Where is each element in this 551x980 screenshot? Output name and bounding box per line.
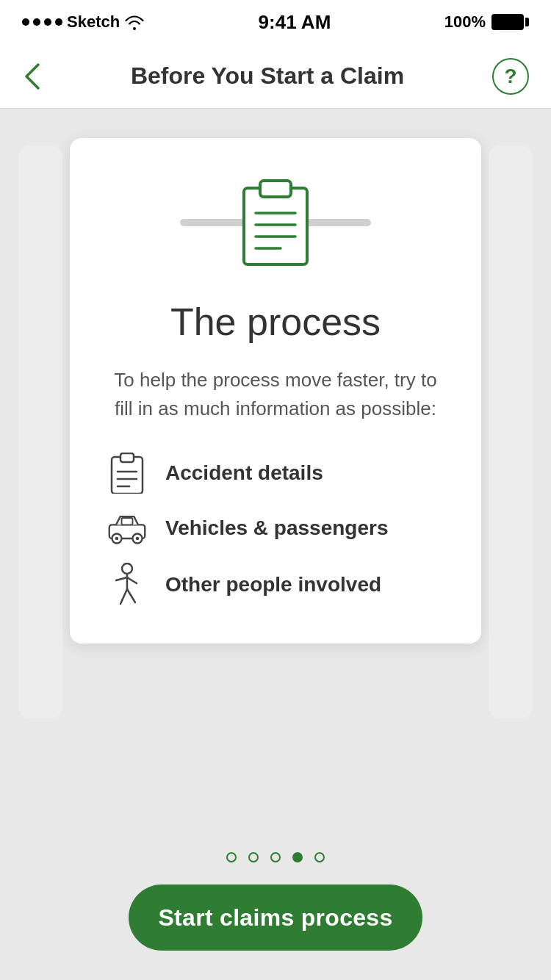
svg-point-17	[122, 563, 132, 574]
card-description: To help the process move faster, try to …	[107, 366, 444, 423]
ghost-card-left	[18, 145, 62, 718]
dot3	[44, 18, 51, 26]
list-item: Other people involved	[107, 563, 444, 607]
pagination-dots	[226, 852, 325, 862]
list-item: Vehicles & passengers	[107, 511, 444, 545]
svg-point-15	[115, 537, 119, 541]
status-left: Sketch	[22, 12, 145, 32]
ghost-card-right	[489, 145, 533, 718]
carrier-label: Sketch	[67, 12, 120, 32]
dot2	[33, 18, 40, 26]
slide-area: The process To help the process move fas…	[0, 138, 551, 830]
svg-line-20	[127, 577, 137, 583]
pedestrian-icon	[107, 563, 148, 607]
svg-rect-12	[122, 518, 133, 525]
clipboard-icon	[235, 175, 316, 270]
dot-3[interactable]	[270, 852, 281, 862]
battery-label: 100%	[444, 12, 486, 32]
battery-icon	[491, 14, 529, 30]
svg-line-22	[127, 589, 135, 602]
svg-line-19	[116, 577, 127, 580]
dot-4-active[interactable]	[292, 852, 303, 862]
svg-line-21	[120, 589, 127, 604]
accident-details-icon	[107, 453, 148, 494]
svg-rect-0	[244, 188, 307, 264]
dot-5[interactable]	[314, 852, 325, 862]
clipboard-area	[107, 175, 444, 270]
dot1	[22, 18, 29, 26]
status-time: 9:41 AM	[259, 11, 331, 34]
main-card: The process To help the process move fas…	[70, 138, 481, 644]
status-right: 100%	[444, 12, 529, 32]
help-button[interactable]: ?	[492, 58, 529, 95]
status-bar: Sketch 9:41 AM 100%	[0, 0, 551, 44]
back-button[interactable]	[22, 60, 43, 93]
svg-rect-7	[120, 453, 134, 462]
info-list: Accident details	[107, 453, 444, 607]
nav-bar: Before You Start a Claim ?	[0, 44, 551, 109]
main-content: The process To help the process move fas…	[0, 109, 551, 980]
wifi-icon	[124, 14, 145, 30]
signal-dots	[22, 18, 62, 26]
other-people-label: Other people involved	[165, 573, 381, 597]
help-icon: ?	[504, 65, 516, 88]
svg-point-16	[136, 537, 140, 541]
dot-2[interactable]	[248, 852, 259, 862]
list-item: Accident details	[107, 453, 444, 494]
accident-details-label: Accident details	[165, 461, 323, 485]
vehicles-icon	[107, 511, 148, 545]
page-title: Before You Start a Claim	[131, 62, 404, 90]
dot4	[55, 18, 62, 26]
start-claims-button[interactable]: Start claims process	[129, 884, 422, 951]
card-title: The process	[170, 300, 381, 344]
vehicles-label: Vehicles & passengers	[165, 516, 389, 540]
dot-1[interactable]	[226, 852, 237, 862]
svg-rect-1	[260, 181, 291, 197]
